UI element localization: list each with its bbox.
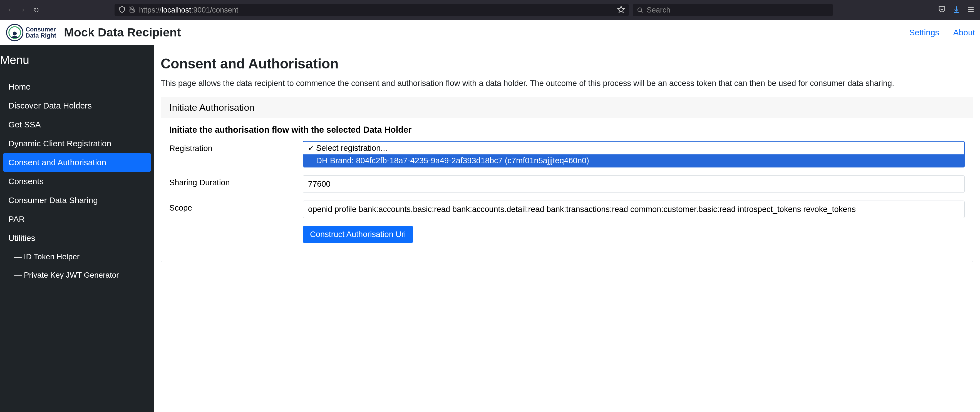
registration-label: Registration [169,141,303,153]
sidebar-item-par[interactable]: PAR [3,210,151,228]
sidebar-subitem-jwt[interactable]: — Private Key JWT Generator [3,266,151,284]
search-icon [636,7,643,13]
registration-option-placeholder[interactable]: ✓Select registration... [303,142,964,154]
logo[interactable]: Consumer Data Right [5,23,56,42]
sharing-duration-label: Sharing Duration [169,175,303,187]
app-title: Mock Data Recipient [64,26,181,39]
registration-select[interactable]: ✓Select registration... DH Brand: 804fc2… [303,141,965,168]
lock-icon [129,6,136,14]
svg-line-4 [641,11,643,13]
card-subtitle: Initiate the authorisation flow with the… [169,125,965,135]
hamburger-icon[interactable] [967,5,975,15]
svg-marker-2 [618,6,624,12]
authorisation-card: Initiate Authorisation Initiate the auth… [161,97,973,262]
sidebar-item-sharing[interactable]: Consumer Data Sharing [3,191,151,209]
logo-text-line2: Data Right [25,32,56,39]
pocket-icon[interactable] [938,5,946,15]
main-content: Consent and Authorisation This page allo… [154,45,980,412]
card-header: Initiate Authorisation [161,97,973,118]
sidebar-item-consent-auth[interactable]: Consent and Authorisation [3,153,151,172]
app-header: Consumer Data Right Mock Data Recipient … [0,20,980,45]
sidebar-item-discover[interactable]: Discover Data Holders [3,97,151,115]
reload-button[interactable] [32,5,41,15]
url-text: https://localhost:9001/consent [139,6,614,14]
sharing-duration-input[interactable] [303,175,965,193]
bookmark-icon[interactable] [617,6,625,14]
page-title: Consent and Authorisation [161,56,973,72]
sidebar-item-home[interactable]: Home [3,78,151,96]
download-icon[interactable] [952,5,961,15]
sidebar-subitem-idtoken[interactable]: — ID Token Helper [3,248,151,266]
about-link[interactable]: About [953,28,975,37]
settings-link[interactable]: Settings [909,28,939,37]
logo-text-line1: Consumer [25,26,56,32]
address-bar[interactable]: https://localhost:9001/consent [115,4,629,16]
search-placeholder: Search [647,6,671,14]
forward-button[interactable] [18,5,28,15]
browser-search-input[interactable]: Search [633,4,833,16]
browser-toolbar: https://localhost:9001/consent Search [0,0,980,20]
svg-point-11 [13,32,17,35]
shield-icon [118,6,126,14]
scope-input[interactable] [303,201,965,218]
back-button[interactable] [5,5,14,15]
construct-uri-button[interactable]: Construct Authorisation Uri [303,226,413,243]
scope-label: Scope [169,201,303,212]
sidebar-item-consents[interactable]: Consents [3,172,151,190]
svg-point-3 [638,8,642,12]
sidebar-item-utilities[interactable]: Utilities [3,229,151,247]
page-description: This page allows the data recipient to c… [161,77,973,89]
registration-option-dhbrand[interactable]: DH Brand: 804fc2fb-18a7-4235-9a49-2af393… [303,154,964,167]
check-icon: ✓ [308,143,314,153]
sidebar-item-dcr[interactable]: Dynamic Client Registration [3,134,151,153]
sidebar: Menu Home Discover Data Holders Get SSA … [0,45,154,412]
sidebar-item-getssa[interactable]: Get SSA [3,115,151,134]
menu-heading: Menu [0,53,154,72]
cdr-logo-icon [5,23,24,42]
